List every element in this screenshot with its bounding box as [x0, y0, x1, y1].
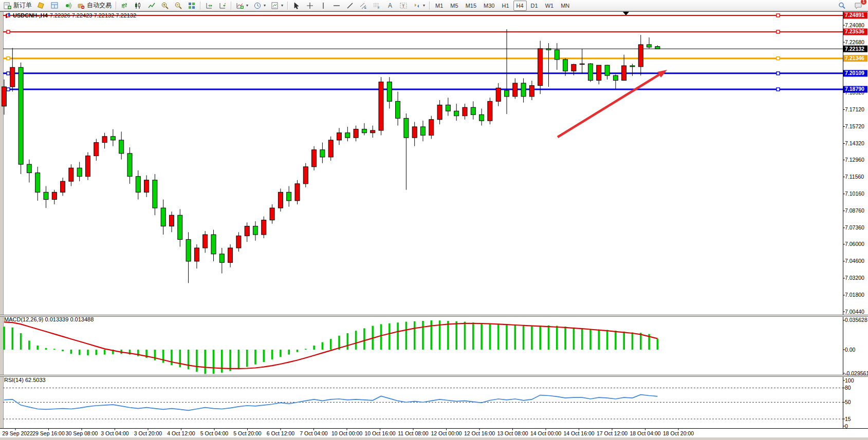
line-anchor[interactable] [777, 14, 780, 17]
line-anchor[interactable] [7, 14, 10, 17]
zoom-out-button[interactable] [172, 0, 185, 11]
timeframe-m30-button[interactable]: M30 [481, 1, 497, 11]
time-label: 7 Oct 04:00 [300, 430, 327, 436]
market-depth-button[interactable] [48, 0, 61, 11]
timeframe-m5-button[interactable]: M5 [447, 1, 461, 11]
timeframe-h4-button[interactable]: H4 [513, 1, 527, 11]
chart-shift-button[interactable] [216, 0, 229, 11]
time-label: 5 Oct 04:00 [200, 430, 228, 436]
auto-scroll-icon [205, 2, 213, 10]
timeframe-d1-button[interactable]: D1 [528, 1, 541, 11]
candle-chart-button[interactable] [132, 0, 145, 11]
sticker-icon [37, 2, 45, 10]
macd-hist-bar [62, 350, 64, 351]
macd-hist-bar [431, 320, 433, 350]
new-order-button-label: 新订单 [13, 1, 32, 10]
svg-text:7.23536: 7.23536 [845, 28, 864, 34]
crosshair-button[interactable] [303, 0, 317, 11]
candlestick-chart[interactable]: 7.240807.226807.185207.171207.157207.143… [0, 0, 868, 440]
macd-hist-bar [657, 339, 659, 350]
timeframe-m1-button[interactable]: M1 [432, 1, 446, 11]
sticker-button[interactable] [34, 0, 48, 11]
timeframe-m15-button[interactable]: M15 [463, 1, 479, 11]
rsi-tick-label: 15 [845, 416, 851, 422]
price-tick-label: 7.17120 [845, 106, 864, 112]
svg-text:7.24891: 7.24891 [845, 12, 864, 18]
macd-hist-bar [154, 350, 156, 360]
bar-chart-button[interactable] [118, 0, 132, 11]
candle-35[interactable] [295, 180, 300, 204]
time-label: 3 Oct 20:00 [134, 430, 162, 436]
autotrade-button[interactable]: 自动交易 [75, 0, 114, 11]
macd-hist-bar [263, 350, 265, 362]
candle-2[interactable] [19, 63, 23, 174]
line-anchor[interactable] [777, 57, 780, 60]
text-label-button[interactable]: T [397, 0, 410, 11]
templates-button[interactable]: ▾ [268, 0, 286, 11]
indicators-button[interactable]: ▾ [233, 0, 251, 11]
line-chart-button[interactable] [145, 0, 158, 11]
arrows-icon [413, 2, 421, 10]
notifications-button[interactable]: 1 [852, 0, 865, 11]
macd-tick-label: 0.035628 [845, 317, 867, 323]
periods-button[interactable]: ▾ [251, 0, 268, 11]
line-anchor[interactable] [7, 88, 10, 91]
candle-37[interactable] [312, 146, 317, 170]
macd-hist-bar [589, 329, 592, 350]
price-tag-7.24891: 7.24891 [843, 12, 867, 18]
horizontal-line-button[interactable] [330, 0, 343, 11]
price-tick-label: 7.14320 [845, 140, 864, 146]
auto-scroll-button[interactable] [202, 0, 216, 11]
macd-hist-bar [539, 326, 541, 350]
macd-hist-bar [497, 324, 500, 350]
signals-button[interactable] [61, 0, 75, 11]
candle-39[interactable] [328, 137, 333, 161]
rsi-tick-label: 0 [845, 423, 848, 429]
macd-hist-bar [598, 330, 600, 350]
candle-10[interactable] [86, 152, 90, 180]
timeframe-w1-button[interactable]: W1 [542, 1, 557, 11]
cursor-button[interactable] [290, 0, 303, 11]
macd-hist-bar [305, 349, 307, 350]
zoom-in-button[interactable] [158, 0, 172, 11]
line-anchor[interactable] [777, 30, 780, 33]
macd-hist-bar [271, 350, 273, 359]
candle-51[interactable] [429, 116, 434, 139]
new-order-button[interactable]: 新订单 [1, 0, 34, 11]
line-anchor[interactable] [7, 57, 10, 60]
label-icon: T [399, 2, 408, 10]
candle-33[interactable] [278, 188, 283, 212]
price-tick-label: 7.11560 [845, 174, 864, 180]
macd-hist-bar [45, 348, 47, 350]
time-label: 18 Oct 20:00 [663, 430, 694, 436]
candle-70[interactable] [588, 63, 593, 82]
candle-45[interactable] [379, 77, 383, 135]
macd-hist-bar [313, 346, 315, 350]
macd-hist-bar [615, 331, 617, 350]
macd-hist-bar [246, 350, 248, 367]
timeframe-h1-button[interactable]: H1 [498, 1, 512, 11]
equidistant-channel-button[interactable]: E [357, 0, 370, 11]
text-button[interactable]: A [383, 0, 397, 11]
macd-hist-bar [472, 322, 474, 350]
price-tag-7.21346: 7.21346 [843, 55, 867, 62]
notification-badge: 1 [860, 0, 867, 5]
toolbar-right: 1 [835, 0, 865, 11]
macd-hist-bar [506, 325, 508, 350]
time-label: 12 Oct 00:00 [431, 430, 461, 436]
trendline-button[interactable] [343, 0, 357, 11]
vertical-line-button[interactable] [317, 0, 330, 11]
line-anchor[interactable] [7, 72, 10, 75]
fibonacci-button[interactable]: F [370, 0, 383, 11]
timeframe-mn-button[interactable]: MN [558, 1, 572, 11]
line-anchor[interactable] [7, 30, 10, 33]
tile-windows-button[interactable] [185, 0, 198, 11]
line-anchor[interactable] [777, 72, 780, 75]
macd-hist-bar [280, 350, 282, 357]
line-anchor[interactable] [777, 88, 780, 91]
macd-hist-bar [254, 350, 256, 365]
search-button[interactable] [835, 0, 848, 11]
candle-58[interactable] [488, 98, 492, 124]
arrows-button[interactable]: ▾ [410, 0, 428, 11]
candle-36[interactable] [303, 163, 308, 187]
